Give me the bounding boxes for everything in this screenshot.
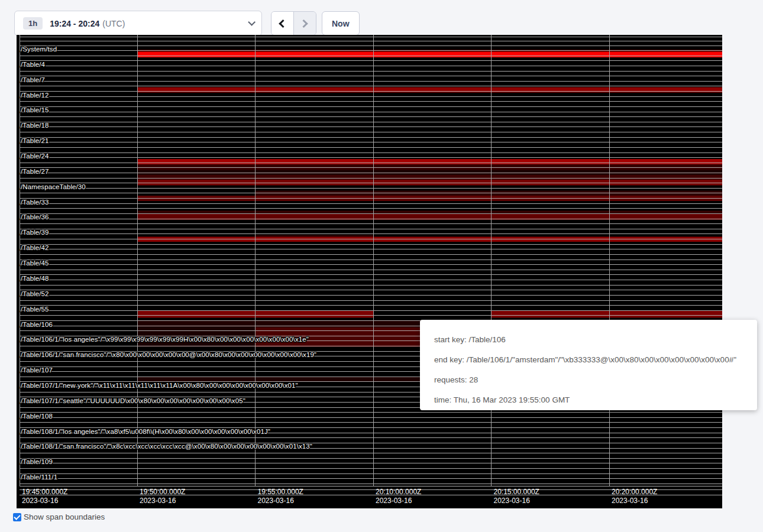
row-label: /Table/107 bbox=[21, 366, 53, 374]
time-nav-group bbox=[271, 11, 316, 35]
row-label: /Table/106/1/"los angeles"/"\x99\x99\x99… bbox=[21, 336, 309, 343]
row-label: /Table/15 bbox=[21, 106, 49, 113]
time-range-duration-badge: 1h bbox=[23, 17, 43, 30]
time-range-label: 19:24 - 20:24 bbox=[50, 19, 99, 28]
heat-band bbox=[137, 52, 722, 58]
time-range-zone: (UTC) bbox=[102, 19, 125, 28]
axis-date-label: 2023-03-16 bbox=[22, 497, 59, 505]
time-range-selector[interactable]: 1h 19:24 - 20:24 (UTC) bbox=[14, 11, 262, 36]
axis-time-label: 20:20:00.000Z bbox=[612, 488, 657, 496]
toolbar: 1h 19:24 - 20:24 (UTC) Now bbox=[0, 0, 763, 35]
axis-date-label: 2023-03-16 bbox=[376, 497, 412, 505]
row-label: /Table/48 bbox=[21, 275, 49, 282]
row-label: /Table/21 bbox=[21, 137, 49, 144]
chevron-left-icon bbox=[279, 19, 287, 27]
row-label: /Table/109 bbox=[21, 458, 53, 465]
heat-band bbox=[137, 159, 722, 164]
row-label: /Table/107/1/"seattle"/"UUUUUUD\x00\x80\… bbox=[21, 397, 245, 404]
row-label: /System/tsd bbox=[21, 46, 57, 53]
heat-band bbox=[137, 87, 722, 93]
row-label: /Table/45 bbox=[21, 259, 49, 267]
footer: Show span boundaries bbox=[13, 512, 105, 521]
row-label: /Table/39 bbox=[21, 229, 49, 236]
row-label: /Table/36 bbox=[21, 213, 49, 220]
row-label: /Table/12 bbox=[21, 92, 49, 99]
tooltip-end-key: end key: /Table/106/1/"amsterdam"/"\xb33… bbox=[434, 354, 743, 366]
heat-band bbox=[491, 311, 722, 318]
keyvisualizer-canvas[interactable]: /System/tsd/Table/4/Table/7/Table/12/Tab… bbox=[0, 35, 763, 508]
row-label: /Table/107/1/"new york"/"\x11\x11\x11\x1… bbox=[21, 382, 298, 389]
row-label: /Table/106/1/"san francisco"/"\x80\x00\x… bbox=[21, 351, 316, 358]
key-visualizer-chart[interactable]: /System/tsd/Table/4/Table/7/Table/12/Tab… bbox=[0, 35, 763, 508]
heat-band bbox=[137, 180, 722, 186]
axis-date-label: 2023-03-16 bbox=[258, 497, 295, 505]
row-label: /Table/108/1/"los angeles"/"\xa8\xf5\u00… bbox=[21, 428, 270, 435]
heat-band bbox=[137, 175, 722, 180]
tooltip-time: time: Thu, 16 Mar 2023 19:55:00 GMT bbox=[434, 394, 743, 406]
previous-interval-button[interactable] bbox=[271, 12, 294, 35]
show-span-boundaries-label: Show span boundaries bbox=[24, 512, 105, 521]
axis-time-label: 20:15:00.000Z bbox=[494, 488, 539, 496]
row-label: /Table/52 bbox=[21, 290, 49, 297]
axis-date-label: 2023-03-16 bbox=[494, 497, 531, 505]
canvas-background bbox=[17, 35, 722, 508]
heat-band bbox=[137, 164, 722, 170]
row-label: /NamespaceTable/30 bbox=[21, 183, 86, 190]
heat-band bbox=[137, 170, 722, 175]
row-label: /Table/55 bbox=[21, 306, 49, 313]
show-span-boundaries-checkbox[interactable] bbox=[13, 513, 21, 521]
axis-time-label: 20:10:00.000Z bbox=[376, 488, 421, 496]
row-label: /Table/111/1 bbox=[21, 473, 57, 481]
row-label: /Table/4 bbox=[21, 61, 46, 68]
row-label: /Table/108 bbox=[21, 413, 53, 420]
row-label: /Table/106 bbox=[21, 321, 53, 328]
axis-time-label: 19:45:00.000Z bbox=[22, 488, 67, 496]
row-label: /Table/24 bbox=[21, 153, 49, 160]
axis-date-label: 2023-03-16 bbox=[140, 497, 176, 505]
row-label: /Table/42 bbox=[21, 244, 49, 251]
chevron-right-icon bbox=[300, 19, 308, 27]
heat-band bbox=[255, 235, 373, 237]
row-label: /Table/27 bbox=[21, 168, 49, 175]
row-label: /Table/7 bbox=[21, 76, 45, 83]
now-button[interactable]: Now bbox=[322, 11, 360, 35]
row-label: /Table/108/1/"san francisco"/"\x8c\xcc\x… bbox=[21, 443, 312, 450]
row-label: /Table/18 bbox=[21, 122, 49, 129]
axis-time-label: 19:50:00.000Z bbox=[140, 488, 185, 496]
next-interval-button-disabled[interactable] bbox=[294, 12, 316, 35]
chevron-down-icon bbox=[248, 18, 256, 26]
span-tooltip: start key: /Table/106 end key: /Table/10… bbox=[420, 320, 757, 410]
axis-date-label: 2023-03-16 bbox=[612, 497, 648, 505]
tooltip-requests: requests: 28 bbox=[434, 374, 743, 386]
row-label: /Table/33 bbox=[21, 199, 49, 206]
axis-time-label: 19:55:00.000Z bbox=[258, 488, 303, 496]
heat-band bbox=[137, 211, 722, 213]
tooltip-start-key: start key: /Table/106 bbox=[434, 334, 743, 346]
